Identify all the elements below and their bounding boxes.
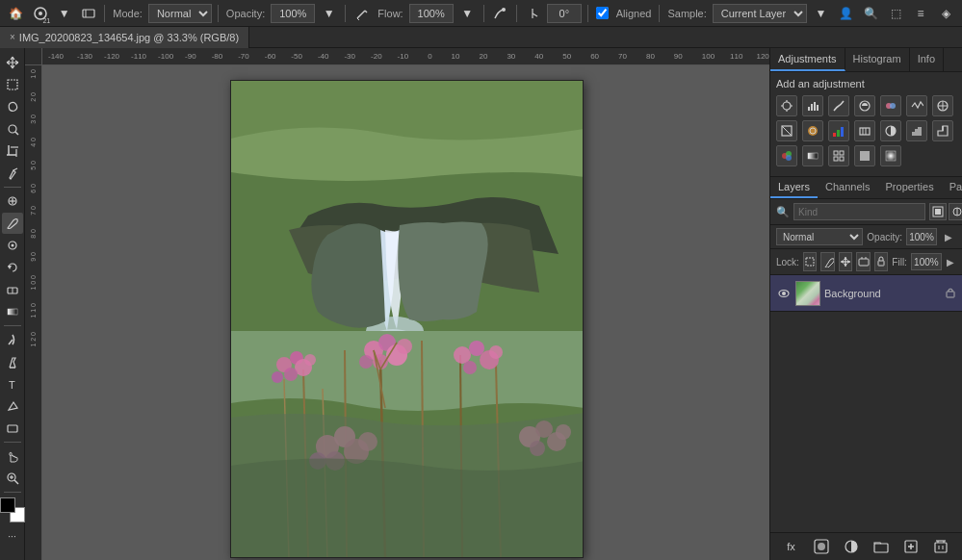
- ruler-v-mark-80: 8 0: [30, 229, 37, 239]
- pen-tool-btn[interactable]: [2, 351, 23, 372]
- search-btn[interactable]: 🔍: [860, 3, 881, 24]
- pencil-icon-btn[interactable]: [351, 3, 372, 24]
- lasso-tool-btn[interactable]: [2, 96, 23, 117]
- aligned-checkbox[interactable]: [596, 7, 609, 19]
- flow-arrow[interactable]: ▼: [457, 3, 478, 24]
- adj-curves-btn[interactable]: [828, 95, 849, 116]
- foreground-color-swatch[interactable]: [0, 497, 15, 513]
- layer-delete-btn[interactable]: [931, 537, 950, 556]
- more-btn[interactable]: ≡: [910, 3, 931, 24]
- lock-transparent-btn[interactable]: [803, 252, 817, 271]
- layer-fx-btn[interactable]: fx: [782, 537, 801, 556]
- adj-bw-btn[interactable]: [776, 120, 797, 141]
- dodge-btn[interactable]: [2, 329, 23, 350]
- angle-icon[interactable]: [523, 3, 543, 24]
- lock-all-btn[interactable]: [874, 252, 888, 271]
- ruler-v-mark-40: 4 0: [30, 138, 37, 147]
- brush-options-arrow[interactable]: ▼: [54, 3, 74, 24]
- eyedropper-tool-btn[interactable]: [2, 163, 23, 184]
- text-tool-btn[interactable]: T: [2, 373, 23, 395]
- lock-artboard-btn[interactable]: [856, 252, 870, 271]
- file-tab[interactable]: × IMG_20200823_134654.jpg @ 33.3% (RGB/8…: [0, 27, 249, 48]
- tab-histogram[interactable]: Histogram: [845, 48, 910, 71]
- eraser-btn[interactable]: [2, 279, 23, 300]
- adj-levels-btn[interactable]: [802, 95, 823, 116]
- angle-input[interactable]: 0°: [547, 4, 582, 23]
- sample-arrow[interactable]: ▼: [811, 3, 831, 24]
- selection-tool-btn[interactable]: [2, 74, 23, 95]
- brush-tool-sidebar-btn[interactable]: [2, 213, 23, 234]
- adj-brightness-btn[interactable]: [776, 95, 797, 116]
- extra-tools-btn[interactable]: ···: [2, 525, 23, 547]
- color-swatches[interactable]: [0, 497, 25, 522]
- adj-channelmix-btn[interactable]: [828, 120, 849, 141]
- adj-pattern-btn[interactable]: [828, 145, 849, 166]
- move-tool-btn[interactable]: [2, 52, 23, 73]
- tab-paths[interactable]: Paths: [942, 177, 962, 198]
- adj-exposure-btn[interactable]: [854, 95, 875, 116]
- canvas-area[interactable]: [42, 65, 769, 560]
- brush-tool-btn[interactable]: 21: [30, 3, 50, 24]
- tab-info[interactable]: Info: [910, 48, 944, 71]
- layer-visibility-btn[interactable]: [776, 286, 792, 301]
- adj-colorlookup-btn[interactable]: [854, 120, 875, 141]
- tab-channels[interactable]: Channels: [818, 177, 877, 198]
- tab-properties[interactable]: Properties: [878, 177, 942, 198]
- path-selection-btn[interactable]: [2, 395, 23, 417]
- adj-gradient-map-btn[interactable]: [802, 145, 823, 166]
- svg-point-7: [502, 8, 506, 12]
- right-panel: Adjustments Histogram Info Add an adjust…: [769, 48, 962, 560]
- svg-rect-107: [808, 153, 818, 159]
- zoom-tool-btn[interactable]: [2, 468, 23, 489]
- shape-tool-btn[interactable]: [2, 418, 23, 439]
- adj-hsl-btn[interactable]: [906, 95, 927, 116]
- filter-pixel-btn[interactable]: [929, 203, 947, 220]
- airbrush-icon[interactable]: [490, 3, 510, 24]
- layer-group-btn[interactable]: [871, 537, 891, 556]
- layers-kind-input[interactable]: [793, 203, 925, 220]
- home-btn[interactable]: 🏠: [6, 3, 26, 24]
- layer-new-btn[interactable]: [901, 537, 921, 556]
- opacity-arrow[interactable]: ▼: [319, 3, 339, 24]
- svg-marker-128: [841, 260, 844, 264]
- opacity-value-layers[interactable]: 100%: [906, 228, 937, 245]
- quick-select-tool-btn[interactable]: [2, 118, 23, 140]
- adj-photofilter-btn[interactable]: [802, 120, 823, 141]
- tab-adjustments[interactable]: Adjustments: [770, 48, 845, 71]
- clone-stamp-btn[interactable]: [2, 235, 23, 256]
- adj-selectivecolor-btn[interactable]: [776, 145, 797, 166]
- opacity-input[interactable]: 100%: [271, 4, 315, 23]
- tab-close-btn[interactable]: ×: [10, 32, 15, 42]
- tab-layers[interactable]: Layers: [770, 177, 818, 198]
- crop-tool-btn[interactable]: [2, 140, 23, 162]
- adj-gradient-fill-btn[interactable]: [880, 145, 901, 166]
- flow-input[interactable]: 100%: [409, 4, 454, 23]
- fill-value-input[interactable]: 100%: [911, 253, 942, 270]
- history-brush-btn[interactable]: [2, 257, 23, 278]
- filter-adjust-btn[interactable]: [949, 203, 962, 220]
- adj-invert-btn[interactable]: [880, 120, 901, 141]
- lock-image-btn[interactable]: [820, 252, 834, 271]
- mode-dropdown[interactable]: Normal: [148, 4, 212, 23]
- lock-position-btn[interactable]: [839, 252, 852, 271]
- svg-point-78: [783, 102, 791, 110]
- gradient-btn[interactable]: [2, 301, 23, 322]
- adj-solidcolor-btn[interactable]: [854, 145, 875, 166]
- layout-btn[interactable]: ⬚: [885, 3, 906, 24]
- opacity-more-btn[interactable]: ▶: [941, 229, 956, 244]
- layer-mask-btn[interactable]: [812, 537, 831, 556]
- adj-threshold-btn[interactable]: [932, 120, 953, 141]
- layer-item-background[interactable]: Background: [770, 275, 962, 312]
- adj-posterize-btn[interactable]: [906, 120, 927, 141]
- hand-tool-btn[interactable]: [2, 445, 23, 467]
- layer-adjustment-btn[interactable]: [842, 537, 861, 556]
- healing-brush-btn[interactable]: [2, 191, 23, 212]
- tool-preset-btn[interactable]: [78, 3, 98, 24]
- adj-vibrance-btn[interactable]: [880, 95, 901, 116]
- user-btn[interactable]: 👤: [835, 3, 856, 24]
- plugin-btn[interactable]: ◈: [935, 3, 956, 24]
- sample-dropdown[interactable]: Current Layer: [713, 4, 807, 23]
- blend-mode-dropdown[interactable]: Normal: [776, 228, 863, 245]
- adj-colorbalance-btn[interactable]: [932, 95, 953, 116]
- fill-more-btn[interactable]: ▶: [946, 254, 956, 269]
